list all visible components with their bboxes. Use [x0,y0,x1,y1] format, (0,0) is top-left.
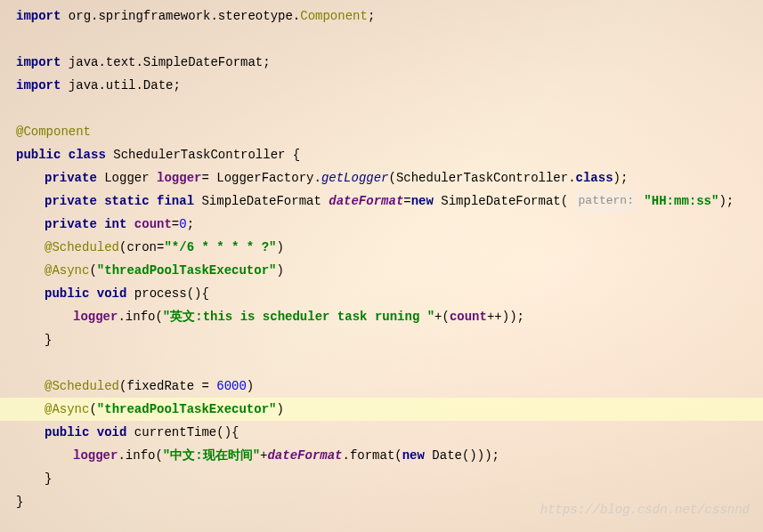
code-line[interactable]: private Logger logger= LoggerFactory.get… [0,166,763,189]
text: (fixedRate = [119,375,216,398]
class-name: SchedulerTaskController { [106,143,300,166]
keyword: class [576,166,613,189]
code-line[interactable]: import java.util.Date; [0,74,763,97]
class-ref: Component [300,4,368,28]
brace: } [16,490,23,513]
annotation: @Async [45,259,89,282]
keyword: import [16,74,61,97]
field: dateFormat [329,189,403,213]
code-line[interactable]: import java.text.SimpleDateFormat; [0,51,763,74]
text: + [260,444,267,467]
code-line[interactable]: public class SchedulerTaskController { [0,143,763,166]
method-name: process(){ [126,282,208,305]
text: ( [89,398,96,421]
annotation: @Async [45,398,89,421]
keyword: import [16,4,61,28]
code-line[interactable]: private int count=0; [0,213,763,236]
code-line[interactable]: public void currentTime(){ [0,421,763,444]
number: 0 [179,213,186,236]
type: Logger [97,166,157,189]
field: logger [157,166,201,189]
text: ) [276,398,283,421]
code-line[interactable]: @Async("threadPoolTaskExecutor") [0,259,763,282]
code-line[interactable]: private static final SimpleDateFormat da… [0,189,763,213]
string: "HH:mm:ss" [637,189,718,213]
eq: = [172,213,179,236]
keyword: import [16,51,61,74]
string: "英文:this is scheduler task runing " [163,305,434,328]
text: ) [247,375,254,398]
text: .format( [342,444,402,467]
code-line[interactable]: @Scheduled(fixedRate = 6000) [0,375,763,398]
text: .info( [118,444,162,467]
text: +( [434,305,450,328]
watermark-text: https://blog.csdn.net/cssnnd [540,498,750,521]
param-hint: pattern: [576,189,637,213]
text: (SchedulerTaskController. [389,166,576,189]
text: ); [718,189,734,213]
brace: } [45,467,52,490]
brace: } [45,328,52,351]
code-line-highlighted[interactable]: @Async("threadPoolTaskExecutor") [0,398,763,421]
string: "threadPoolTaskExecutor" [97,398,277,421]
code-line[interactable]: logger.info("中文:现在时间"+dateFormat.format(… [0,444,763,467]
text: .info( [118,305,162,328]
string: "threadPoolTaskExecutor" [97,259,277,282]
keyword: new [402,444,425,467]
code-line[interactable]: logger.info("英文:this is scheduler task r… [0,305,763,328]
package: java.util.Date; [61,74,180,97]
keyword: private static final [45,189,194,213]
text: ) [276,236,283,259]
method-call: getLogger [321,166,389,189]
field: count [126,213,171,236]
text: ) [276,259,283,282]
field: logger [73,444,118,467]
method-name: currentTime(){ [126,421,239,444]
keyword: private [45,166,97,189]
keyword: new [411,189,434,213]
text: ( [89,259,96,282]
package: java.text.SimpleDateFormat; [61,51,270,74]
text: (cron= [119,236,164,259]
text: ++)); [487,305,524,328]
code-line-empty[interactable] [0,351,763,375]
field: count [450,305,487,328]
code-line[interactable]: } [0,467,763,490]
code-line[interactable]: public void process(){ [0,282,763,305]
text: = LoggerFactory. [201,166,321,189]
semicolon: ; [368,4,375,28]
code-line[interactable]: @Component [0,120,763,143]
string: "*/6 * * * * ?" [164,236,276,259]
code-line[interactable]: @Scheduled(cron="*/6 * * * * ?") [0,236,763,259]
semicolon: ; [187,213,194,236]
code-line-empty[interactable] [0,28,763,51]
field: logger [73,305,118,328]
code-editor[interactable]: import org.springframework.stereotype.Co… [0,0,763,518]
text: Date())); [425,444,499,467]
ctor: SimpleDateFormat( [434,189,576,213]
string: "中文:现在时间" [163,444,260,467]
code-line[interactable]: import org.springframework.stereotype.Co… [0,4,763,28]
annotation: @Component [16,120,91,143]
keyword: public class [16,143,106,166]
eq: = [403,189,410,213]
field: dateFormat [267,444,342,467]
annotation: @Scheduled [45,375,119,398]
keyword: private int [45,213,126,236]
keyword: public void [45,282,126,305]
text: ); [613,166,629,189]
keyword: public void [45,421,126,444]
annotation: @Scheduled [45,236,119,259]
number: 6000 [216,375,247,398]
type: SimpleDateFormat [194,189,329,213]
code-line-empty[interactable] [0,97,763,120]
code-line[interactable]: } [0,328,763,351]
package: org.springframework.stereotype. [61,4,300,28]
